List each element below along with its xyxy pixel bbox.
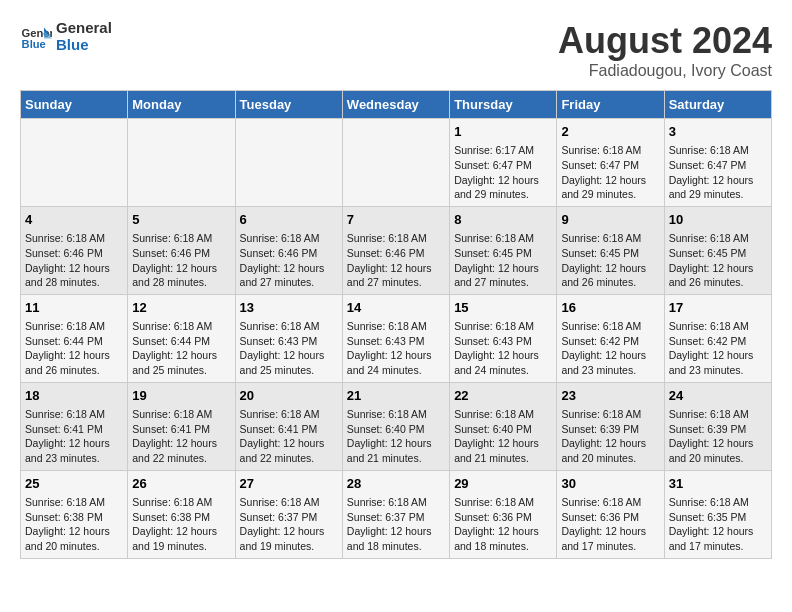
day-number: 3	[669, 123, 767, 141]
calendar-cell: 11Sunrise: 6:18 AM Sunset: 6:44 PM Dayli…	[21, 294, 128, 382]
logo-blue: Blue	[56, 37, 112, 54]
day-info: Sunrise: 6:18 AM Sunset: 6:47 PM Dayligh…	[561, 143, 659, 202]
logo-general: General	[56, 20, 112, 37]
calendar-cell: 15Sunrise: 6:18 AM Sunset: 6:43 PM Dayli…	[450, 294, 557, 382]
day-info: Sunrise: 6:18 AM Sunset: 6:46 PM Dayligh…	[347, 231, 445, 290]
day-header-tuesday: Tuesday	[235, 91, 342, 119]
day-number: 2	[561, 123, 659, 141]
calendar-cell: 12Sunrise: 6:18 AM Sunset: 6:44 PM Dayli…	[128, 294, 235, 382]
day-number: 31	[669, 475, 767, 493]
calendar-cell: 7Sunrise: 6:18 AM Sunset: 6:46 PM Daylig…	[342, 206, 449, 294]
calendar-cell	[342, 119, 449, 207]
calendar-cell: 18Sunrise: 6:18 AM Sunset: 6:41 PM Dayli…	[21, 382, 128, 470]
calendar-header-row: SundayMondayTuesdayWednesdayThursdayFrid…	[21, 91, 772, 119]
calendar-cell: 31Sunrise: 6:18 AM Sunset: 6:35 PM Dayli…	[664, 470, 771, 558]
day-number: 4	[25, 211, 123, 229]
svg-text:Blue: Blue	[22, 38, 46, 50]
week-row-5: 25Sunrise: 6:18 AM Sunset: 6:38 PM Dayli…	[21, 470, 772, 558]
calendar-cell: 4Sunrise: 6:18 AM Sunset: 6:46 PM Daylig…	[21, 206, 128, 294]
day-info: Sunrise: 6:18 AM Sunset: 6:36 PM Dayligh…	[454, 495, 552, 554]
day-header-thursday: Thursday	[450, 91, 557, 119]
day-info: Sunrise: 6:18 AM Sunset: 6:37 PM Dayligh…	[240, 495, 338, 554]
calendar-cell: 24Sunrise: 6:18 AM Sunset: 6:39 PM Dayli…	[664, 382, 771, 470]
day-number: 17	[669, 299, 767, 317]
calendar-cell: 2Sunrise: 6:18 AM Sunset: 6:47 PM Daylig…	[557, 119, 664, 207]
calendar-cell: 22Sunrise: 6:18 AM Sunset: 6:40 PM Dayli…	[450, 382, 557, 470]
calendar-cell: 6Sunrise: 6:18 AM Sunset: 6:46 PM Daylig…	[235, 206, 342, 294]
day-info: Sunrise: 6:18 AM Sunset: 6:38 PM Dayligh…	[132, 495, 230, 554]
day-info: Sunrise: 6:18 AM Sunset: 6:36 PM Dayligh…	[561, 495, 659, 554]
day-info: Sunrise: 6:18 AM Sunset: 6:41 PM Dayligh…	[240, 407, 338, 466]
day-number: 19	[132, 387, 230, 405]
week-row-1: 1Sunrise: 6:17 AM Sunset: 6:47 PM Daylig…	[21, 119, 772, 207]
calendar-cell: 5Sunrise: 6:18 AM Sunset: 6:46 PM Daylig…	[128, 206, 235, 294]
main-title: August 2024	[558, 20, 772, 62]
day-number: 16	[561, 299, 659, 317]
page-header: General Blue General Blue August 2024 Fa…	[20, 20, 772, 80]
day-number: 12	[132, 299, 230, 317]
day-info: Sunrise: 6:18 AM Sunset: 6:42 PM Dayligh…	[561, 319, 659, 378]
subtitle: Fadiadougou, Ivory Coast	[558, 62, 772, 80]
week-row-4: 18Sunrise: 6:18 AM Sunset: 6:41 PM Dayli…	[21, 382, 772, 470]
day-number: 15	[454, 299, 552, 317]
calendar-cell: 8Sunrise: 6:18 AM Sunset: 6:45 PM Daylig…	[450, 206, 557, 294]
day-number: 24	[669, 387, 767, 405]
day-header-wednesday: Wednesday	[342, 91, 449, 119]
calendar-cell: 21Sunrise: 6:18 AM Sunset: 6:40 PM Dayli…	[342, 382, 449, 470]
day-info: Sunrise: 6:18 AM Sunset: 6:43 PM Dayligh…	[240, 319, 338, 378]
calendar-cell: 9Sunrise: 6:18 AM Sunset: 6:45 PM Daylig…	[557, 206, 664, 294]
calendar-cell: 28Sunrise: 6:18 AM Sunset: 6:37 PM Dayli…	[342, 470, 449, 558]
day-info: Sunrise: 6:18 AM Sunset: 6:45 PM Dayligh…	[454, 231, 552, 290]
calendar-cell: 10Sunrise: 6:18 AM Sunset: 6:45 PM Dayli…	[664, 206, 771, 294]
calendar-cell: 26Sunrise: 6:18 AM Sunset: 6:38 PM Dayli…	[128, 470, 235, 558]
calendar-cell: 25Sunrise: 6:18 AM Sunset: 6:38 PM Dayli…	[21, 470, 128, 558]
day-number: 7	[347, 211, 445, 229]
day-header-monday: Monday	[128, 91, 235, 119]
calendar-cell	[21, 119, 128, 207]
week-row-3: 11Sunrise: 6:18 AM Sunset: 6:44 PM Dayli…	[21, 294, 772, 382]
day-info: Sunrise: 6:18 AM Sunset: 6:46 PM Dayligh…	[25, 231, 123, 290]
day-number: 29	[454, 475, 552, 493]
day-header-saturday: Saturday	[664, 91, 771, 119]
day-info: Sunrise: 6:18 AM Sunset: 6:41 PM Dayligh…	[25, 407, 123, 466]
calendar-cell: 1Sunrise: 6:17 AM Sunset: 6:47 PM Daylig…	[450, 119, 557, 207]
calendar-cell: 19Sunrise: 6:18 AM Sunset: 6:41 PM Dayli…	[128, 382, 235, 470]
day-info: Sunrise: 6:17 AM Sunset: 6:47 PM Dayligh…	[454, 143, 552, 202]
title-block: August 2024 Fadiadougou, Ivory Coast	[558, 20, 772, 80]
logo-icon: General Blue	[20, 21, 52, 53]
day-info: Sunrise: 6:18 AM Sunset: 6:45 PM Dayligh…	[669, 231, 767, 290]
calendar-cell: 29Sunrise: 6:18 AM Sunset: 6:36 PM Dayli…	[450, 470, 557, 558]
calendar-cell: 3Sunrise: 6:18 AM Sunset: 6:47 PM Daylig…	[664, 119, 771, 207]
day-number: 27	[240, 475, 338, 493]
day-info: Sunrise: 6:18 AM Sunset: 6:39 PM Dayligh…	[561, 407, 659, 466]
day-info: Sunrise: 6:18 AM Sunset: 6:46 PM Dayligh…	[240, 231, 338, 290]
day-info: Sunrise: 6:18 AM Sunset: 6:42 PM Dayligh…	[669, 319, 767, 378]
day-info: Sunrise: 6:18 AM Sunset: 6:43 PM Dayligh…	[454, 319, 552, 378]
calendar-cell: 13Sunrise: 6:18 AM Sunset: 6:43 PM Dayli…	[235, 294, 342, 382]
calendar-cell: 17Sunrise: 6:18 AM Sunset: 6:42 PM Dayli…	[664, 294, 771, 382]
calendar-cell	[128, 119, 235, 207]
calendar-cell: 20Sunrise: 6:18 AM Sunset: 6:41 PM Dayli…	[235, 382, 342, 470]
day-info: Sunrise: 6:18 AM Sunset: 6:40 PM Dayligh…	[454, 407, 552, 466]
logo: General Blue General Blue	[20, 20, 112, 53]
day-number: 14	[347, 299, 445, 317]
day-number: 8	[454, 211, 552, 229]
calendar-cell: 23Sunrise: 6:18 AM Sunset: 6:39 PM Dayli…	[557, 382, 664, 470]
day-info: Sunrise: 6:18 AM Sunset: 6:41 PM Dayligh…	[132, 407, 230, 466]
week-row-2: 4Sunrise: 6:18 AM Sunset: 6:46 PM Daylig…	[21, 206, 772, 294]
day-info: Sunrise: 6:18 AM Sunset: 6:45 PM Dayligh…	[561, 231, 659, 290]
calendar-cell: 30Sunrise: 6:18 AM Sunset: 6:36 PM Dayli…	[557, 470, 664, 558]
calendar-cell: 16Sunrise: 6:18 AM Sunset: 6:42 PM Dayli…	[557, 294, 664, 382]
day-number: 25	[25, 475, 123, 493]
calendar-cell: 27Sunrise: 6:18 AM Sunset: 6:37 PM Dayli…	[235, 470, 342, 558]
day-info: Sunrise: 6:18 AM Sunset: 6:37 PM Dayligh…	[347, 495, 445, 554]
day-header-friday: Friday	[557, 91, 664, 119]
day-number: 18	[25, 387, 123, 405]
day-number: 5	[132, 211, 230, 229]
day-header-sunday: Sunday	[21, 91, 128, 119]
calendar-cell: 14Sunrise: 6:18 AM Sunset: 6:43 PM Dayli…	[342, 294, 449, 382]
day-number: 9	[561, 211, 659, 229]
day-number: 22	[454, 387, 552, 405]
day-info: Sunrise: 6:18 AM Sunset: 6:44 PM Dayligh…	[25, 319, 123, 378]
day-number: 10	[669, 211, 767, 229]
